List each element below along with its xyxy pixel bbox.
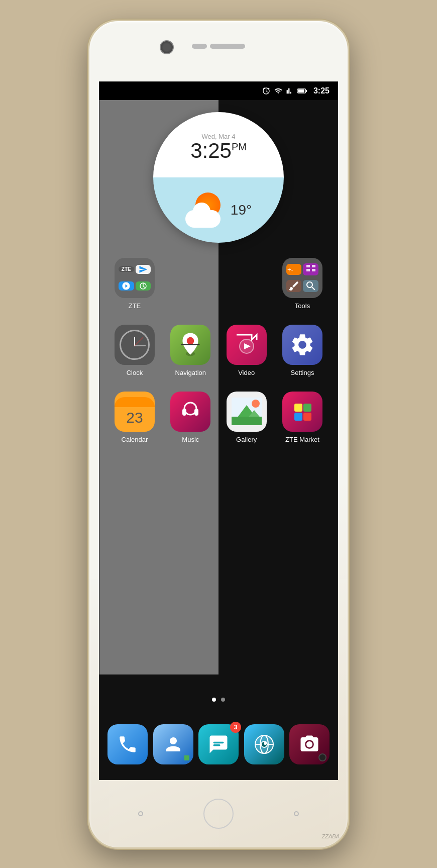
page-indicators — [212, 698, 225, 702]
clock-app-icon — [115, 325, 155, 365]
map-pin-svg — [178, 331, 203, 358]
status-bar: 3:25 — [99, 82, 338, 100]
svg-rect-2 — [298, 89, 304, 92]
phone-top — [89, 21, 348, 81]
home-button[interactable] — [203, 799, 234, 829]
back-button[interactable] — [138, 811, 143, 816]
speaker — [192, 44, 245, 49]
settings-label: Settings — [290, 369, 314, 376]
market-label: ZTE Market — [285, 436, 319, 443]
signal-icon — [286, 87, 293, 95]
weather-content: 19° — [185, 192, 252, 228]
dock: 3 — [99, 724, 338, 764]
dock-contacts[interactable] — [153, 724, 193, 764]
weather-icon — [185, 192, 226, 228]
weather-temperature: 19° — [231, 202, 252, 218]
app-item-market[interactable]: ZTE Market — [277, 392, 327, 443]
zte-label: ZTE — [129, 302, 141, 310]
tools-icon: +- — [282, 258, 322, 298]
app-item-video[interactable]: Video — [222, 325, 272, 376]
clock-widget[interactable]: Wed, Mar 4 3:25PM 19° — [153, 112, 284, 243]
svg-rect-15 — [182, 409, 186, 416]
zte-icon: ZTE — [115, 258, 155, 298]
app-row-1: ZTE ZTE — [110, 258, 327, 310]
cloud-icon — [185, 210, 221, 228]
contacts-dot — [184, 755, 189, 760]
cube-svg — [289, 399, 315, 425]
gallery-svg — [232, 398, 262, 425]
video-icon — [227, 325, 267, 365]
dock-phone[interactable] — [107, 724, 148, 764]
calendar-icon: 23 — [115, 392, 155, 432]
battery-icon — [297, 87, 307, 94]
app-item-gallery[interactable]: Gallery — [222, 392, 272, 443]
contacts-icon — [163, 734, 184, 755]
browser-icon — [252, 732, 276, 756]
music-label: Music — [182, 436, 199, 443]
clock-label: Clock — [127, 369, 143, 376]
app-item-zte[interactable]: ZTE ZTE — [110, 258, 160, 310]
status-icons: 3:25 — [262, 86, 330, 95]
svg-rect-22 — [232, 417, 262, 425]
tools-label: Tools — [295, 302, 310, 310]
alarm-icon — [262, 87, 270, 95]
app-item-tools[interactable]: +- Tools — [277, 258, 327, 310]
front-camera — [160, 40, 174, 54]
messages-badge: 3 — [230, 722, 241, 733]
camera-icon — [299, 734, 320, 755]
svg-rect-23 — [294, 404, 302, 412]
music-icon — [170, 392, 210, 432]
svg-rect-7 — [306, 269, 310, 271]
svg-rect-16 — [194, 409, 198, 416]
page-dot-1[interactable] — [212, 698, 216, 702]
settings-icon — [282, 325, 322, 365]
wifi-icon — [274, 87, 282, 95]
navigation-icon — [170, 325, 210, 365]
phone-icon — [117, 734, 138, 755]
app-item-settings[interactable]: Settings — [277, 325, 327, 376]
dock-messages[interactable]: 3 — [198, 724, 239, 764]
svg-text:+-: +- — [287, 266, 293, 273]
svg-rect-1 — [306, 89, 307, 91]
phone-screen: 3:25 Wed, Mar 4 3:25PM 19° — [99, 81, 338, 780]
headphones-svg — [177, 399, 203, 425]
market-icon — [282, 392, 322, 432]
video-label: Video — [238, 369, 255, 376]
app-grid: ZTE ZTE — [99, 258, 338, 458]
app-item-music[interactable]: Music — [165, 392, 215, 443]
gear-svg — [289, 332, 315, 358]
svg-point-34 — [306, 741, 312, 747]
dock-camera[interactable] — [289, 724, 330, 764]
status-time: 3:25 — [313, 86, 330, 95]
page-dot-2[interactable] — [221, 698, 225, 702]
svg-point-33 — [264, 742, 267, 745]
svg-point-10 — [187, 337, 194, 345]
svg-rect-8 — [312, 269, 315, 271]
svg-point-19 — [252, 400, 260, 408]
gallery-label: Gallery — [236, 436, 257, 443]
speaker-dot — [192, 44, 207, 49]
video-play-svg — [234, 332, 259, 357]
app-row-2: Clock Navigation — [110, 325, 327, 376]
app-row-3: 23 Calendar Music — [110, 392, 327, 443]
clock-widget-bottom: 19° — [153, 177, 284, 243]
dock-browser[interactable] — [244, 724, 284, 764]
app-item-navigation[interactable]: Navigation — [165, 325, 215, 376]
messages-icon — [208, 734, 229, 755]
speaker-slot — [210, 44, 245, 49]
app-item-clock[interactable]: Clock — [110, 325, 160, 376]
svg-rect-6 — [312, 265, 315, 267]
clock-time-display: 3:25PM — [190, 140, 247, 161]
svg-rect-5 — [306, 265, 310, 267]
phone-bottom — [89, 780, 348, 847]
calendar-label: Calendar — [122, 436, 148, 443]
svg-rect-24 — [303, 404, 311, 412]
phone-frame: 3:25 Wed, Mar 4 3:25PM 19° — [88, 20, 349, 849]
recent-button[interactable] — [294, 811, 299, 816]
watermark: ZZABA — [322, 833, 340, 839]
weather-refresh-button[interactable] — [263, 222, 280, 239]
app-item-calendar[interactable]: 23 Calendar — [110, 392, 160, 443]
navigation-label: Navigation — [175, 369, 206, 376]
gallery-icon — [227, 392, 267, 432]
svg-rect-26 — [303, 413, 311, 421]
